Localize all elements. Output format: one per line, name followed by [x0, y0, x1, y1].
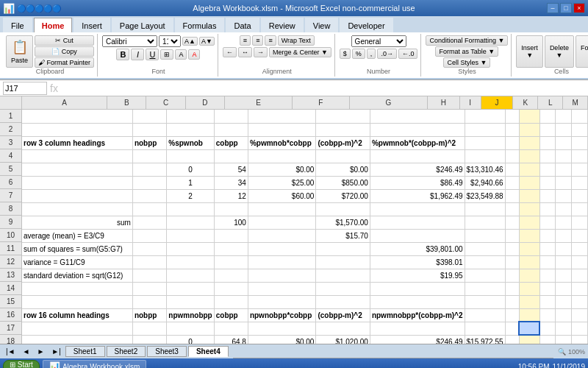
percent-button[interactable]: % — [352, 49, 365, 59]
cell-j5[interactable] — [519, 163, 539, 176]
paste-button[interactable]: 📋Paste — [6, 35, 33, 68]
cell-g13[interactable]: $19.95 — [370, 269, 465, 282]
cell-h17[interactable] — [465, 322, 505, 335]
close-button[interactable]: × — [573, 3, 585, 13]
cell-j12[interactable] — [519, 255, 539, 269]
increase-decimal-button[interactable]: .0→ — [377, 49, 397, 59]
font-name-select[interactable]: Calibri — [102, 35, 157, 47]
cell-b1[interactable] — [132, 110, 166, 123]
cell-h10[interactable] — [465, 229, 505, 242]
cell-e4[interactable] — [248, 149, 316, 163]
cell-g12[interactable]: $398.01 — [370, 255, 465, 269]
row-num-6[interactable]: 6 — [0, 176, 21, 189]
cell-i11[interactable] — [505, 242, 519, 255]
row-num-1[interactable]: 1 — [0, 110, 21, 123]
cell-i12[interactable] — [505, 255, 519, 269]
cell-i8[interactable] — [505, 202, 519, 216]
cell-l15[interactable] — [556, 295, 572, 308]
cell-m8[interactable] — [572, 202, 588, 216]
align-top-left-button[interactable]: ≡ — [240, 35, 251, 46]
cell-j18[interactable] — [519, 335, 539, 344]
cell-k16[interactable] — [539, 308, 556, 322]
wrap-text-button[interactable]: Wrap Text — [278, 35, 315, 46]
cell-f12[interactable] — [316, 255, 370, 269]
cell-a5[interactable] — [22, 163, 132, 176]
cell-e3[interactable]: %pwmnob*cobpp — [248, 136, 316, 149]
cell-h3[interactable] — [465, 136, 505, 149]
cell-m9[interactable] — [572, 216, 588, 229]
sheet-nav-last[interactable]: ►| — [49, 347, 64, 355]
cell-f6[interactable]: $850.00 — [316, 176, 370, 189]
row-num-13[interactable]: 13 — [0, 269, 21, 282]
cell-a8[interactable] — [22, 202, 132, 216]
cell-c16[interactable]: npwmnobpp — [167, 308, 214, 322]
cell-c18[interactable]: 0 — [167, 335, 214, 344]
row-num-9[interactable]: 9 — [0, 216, 21, 229]
cell-b16[interactable]: nobpp — [132, 308, 166, 322]
cell-l6[interactable] — [556, 176, 572, 189]
cell-g6[interactable]: $86.49 — [370, 176, 465, 189]
cell-l7[interactable] — [556, 189, 572, 202]
cell-h18[interactable]: $15,972.55 — [465, 335, 505, 344]
fill-color-button[interactable]: A — [175, 49, 187, 60]
cell-l1[interactable] — [556, 110, 572, 123]
cell-k8[interactable] — [539, 202, 556, 216]
cell-a13[interactable]: standard deviation = sqrt(G12) — [22, 269, 132, 282]
name-box[interactable] — [3, 82, 47, 95]
cell-b17[interactable] — [132, 322, 166, 335]
row-num-11[interactable]: 11 — [0, 242, 21, 255]
cell-c7[interactable]: 2 — [167, 189, 214, 202]
cell-m13[interactable] — [572, 269, 588, 282]
cell-l3[interactable] — [556, 136, 572, 149]
format-button[interactable]: Format▼ — [576, 35, 588, 68]
cell-g10[interactable] — [370, 229, 465, 242]
cell-b13[interactable] — [132, 269, 166, 282]
cell-a16[interactable]: row 16 column headings — [22, 308, 132, 322]
cell-c15[interactable] — [167, 295, 214, 308]
cell-l5[interactable] — [556, 163, 572, 176]
cell-e6[interactable]: $25.00 — [248, 176, 316, 189]
cell-a10[interactable]: average (mean) = E3/C9 — [22, 229, 132, 242]
tab-view[interactable]: View — [305, 18, 339, 32]
cell-g16[interactable]: npwmnobpp*(cobpp-m)^2 — [370, 308, 465, 322]
cell-g2[interactable] — [370, 123, 465, 136]
align-left-button[interactable]: ← — [223, 47, 237, 57]
cell-l12[interactable] — [556, 255, 572, 269]
maximize-button[interactable]: □ — [560, 3, 572, 13]
cell-g9[interactable] — [370, 216, 465, 229]
cell-m6[interactable] — [572, 176, 588, 189]
cell-m3[interactable] — [572, 136, 588, 149]
cell-d7[interactable]: 12 — [214, 189, 248, 202]
cell-h4[interactable] — [465, 149, 505, 163]
cell-a15[interactable] — [22, 295, 132, 308]
cell-c9[interactable] — [167, 216, 214, 229]
cell-l13[interactable] — [556, 269, 572, 282]
row-num-5[interactable]: 5 — [0, 163, 21, 176]
cell-h15[interactable] — [465, 295, 505, 308]
italic-button[interactable]: I — [131, 49, 144, 60]
comma-button[interactable]: , — [367, 49, 376, 59]
cell-g3[interactable]: %pwmnob*(cobpp-m)^2 — [370, 136, 465, 149]
cell-i3[interactable] — [505, 136, 519, 149]
cell-i17[interactable] — [505, 322, 519, 335]
cell-g11[interactable]: $39,801.00 — [370, 242, 465, 255]
font-grow-button[interactable]: A▲ — [182, 37, 198, 46]
cell-j8[interactable] — [519, 202, 539, 216]
tab-review[interactable]: Review — [261, 18, 304, 32]
cell-c8[interactable] — [167, 202, 214, 216]
cell-b11[interactable] — [132, 242, 166, 255]
cell-e12[interactable] — [248, 255, 316, 269]
cell-a4[interactable] — [22, 149, 132, 163]
cell-f4[interactable] — [316, 149, 370, 163]
cell-l9[interactable] — [556, 216, 572, 229]
cell-d8[interactable] — [214, 202, 248, 216]
cell-l17[interactable] — [556, 322, 572, 335]
cell-j17[interactable] — [519, 322, 539, 335]
cell-m18[interactable] — [572, 335, 588, 344]
cell-d15[interactable] — [214, 295, 248, 308]
cell-a3[interactable]: row 3 column headings — [22, 136, 132, 149]
cell-e16[interactable]: npwnobpp*cobpp — [248, 308, 316, 322]
tab-formulas[interactable]: Formulas — [175, 18, 225, 32]
cell-g15[interactable] — [370, 295, 465, 308]
col-header-f[interactable]: F — [293, 96, 349, 109]
